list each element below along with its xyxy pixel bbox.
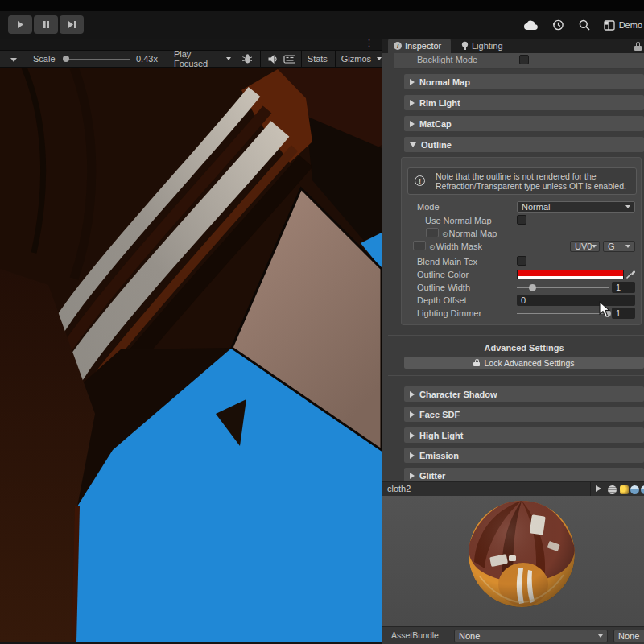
game-view-toolbar: Scale 0.43x Play Focused xyxy=(0,50,382,68)
assetbundle-dropdown[interactable]: None xyxy=(454,630,608,642)
use-normal-map-checkbox[interactable] xyxy=(517,215,526,225)
scale-slider[interactable] xyxy=(63,56,130,62)
mode-row: Mode Normal xyxy=(408,201,635,213)
advanced-settings-title: Advanced Settings xyxy=(404,343,644,353)
step-icon xyxy=(68,20,76,29)
step-button[interactable] xyxy=(60,15,84,34)
object-picker-icon: ⊙ xyxy=(429,243,436,251)
play-button[interactable] xyxy=(8,15,32,34)
metrics-icon[interactable] xyxy=(283,54,295,64)
play-controls xyxy=(8,15,84,34)
pane-menu-icon[interactable]: ⋮ xyxy=(365,39,374,48)
mode-dropdown[interactable]: Normal xyxy=(517,201,635,213)
divider xyxy=(388,375,644,376)
inspector-content: Backlight Mode Normal Map Rim Light MatC… xyxy=(382,53,644,481)
game-view-pane: ⋮ Scale 0.43x Play Focused xyxy=(0,39,382,644)
warning-icon: ! xyxy=(415,175,425,186)
outline-settings-box: ! Note that the outline is not rendered … xyxy=(401,157,642,325)
section-glitter[interactable]: Glitter xyxy=(404,468,644,481)
foldout-arrow-icon xyxy=(410,432,415,439)
foldout-arrow-icon xyxy=(410,121,415,127)
game-viewport[interactable] xyxy=(0,68,382,642)
assetbundle-bar: AssetBundle None None xyxy=(382,626,644,644)
preview-play-icon[interactable] xyxy=(596,485,601,492)
section-rim-light[interactable]: Rim Light xyxy=(404,95,644,110)
outline-width-value[interactable]: 1 xyxy=(612,282,635,293)
bulb-icon xyxy=(461,41,469,51)
assetbundle-label: AssetBundle xyxy=(391,630,439,640)
channel-dropdown[interactable]: G xyxy=(603,241,635,252)
info-icon: i xyxy=(394,42,402,50)
debug-bug-icon[interactable] xyxy=(242,53,252,64)
cloud-icon[interactable] xyxy=(523,19,539,31)
outline-width-row: Outline Width 1 xyxy=(408,282,635,293)
preview-sphere-icon[interactable] xyxy=(608,485,617,494)
eyedropper-icon[interactable] xyxy=(625,269,635,279)
history-icon[interactable] xyxy=(551,19,565,31)
foldout-arrow-icon xyxy=(410,411,415,418)
search-icon[interactable] xyxy=(578,19,591,31)
material-preview-bar: cloth2 xyxy=(382,481,644,496)
layout-label: Demo xyxy=(619,20,642,30)
play-focused-dropdown[interactable]: Play Focused xyxy=(174,49,231,68)
unity-editor-window: Demo ⋮ Scale 0.43x Play Focused xyxy=(0,0,644,644)
section-emission[interactable]: Emission xyxy=(404,448,644,463)
lighting-dimmer-slider[interactable]: 1 xyxy=(517,308,635,319)
lock-icon xyxy=(473,359,480,366)
tab-lighting[interactable]: Lighting xyxy=(456,39,520,53)
depth-offset-field[interactable]: 0 xyxy=(517,295,635,306)
uv-dropdown[interactable]: UV0 xyxy=(570,241,600,252)
pause-button[interactable] xyxy=(34,15,58,34)
note-text: Note that the outline is not rendered fo… xyxy=(436,171,631,191)
material-preview-area[interactable] xyxy=(382,496,644,626)
preview-extra-icon[interactable] xyxy=(641,485,644,494)
use-normal-map-row: Use Normal Map xyxy=(408,215,635,226)
lighting-dimmer-value[interactable]: 1 xyxy=(612,308,635,319)
material-preview-sphere xyxy=(465,497,578,610)
foldout-arrow-icon xyxy=(410,473,415,479)
layout-dropdown[interactable]: Demo xyxy=(604,20,642,31)
texture-slot[interactable] xyxy=(426,228,439,237)
foldout-arrow-icon xyxy=(410,452,415,459)
mute-audio-icon[interactable] xyxy=(267,54,277,64)
section-high-light[interactable]: High Light xyxy=(404,427,644,443)
inspector-panel: i Inspector Lighting Backlight Mode Norm… xyxy=(382,39,644,644)
blend-main-tex-row: Blend Main Tex xyxy=(408,256,635,267)
outline-note: ! Note that the outline is not rendered … xyxy=(407,167,637,195)
blend-main-tex-checkbox[interactable] xyxy=(517,256,526,266)
foldout-arrow-icon xyxy=(410,79,415,85)
section-matcap[interactable]: MatCap xyxy=(404,116,644,131)
pause-icon xyxy=(43,20,50,29)
normal-map-row: ⊙Normal Map xyxy=(408,228,635,239)
gizmos-dropdown[interactable]: Gizmos xyxy=(341,54,382,64)
width-mask-row: ⊙Width Mask UV0 G xyxy=(408,241,635,252)
section-outline[interactable]: Outline xyxy=(404,137,644,152)
display-dropdown[interactable] xyxy=(10,54,17,64)
outline-width-slider[interactable]: 1 xyxy=(517,282,635,293)
inspector-lock-icon[interactable] xyxy=(634,42,642,51)
main-toolbar: Demo xyxy=(0,11,644,39)
texture-slot[interactable] xyxy=(413,241,426,250)
outline-color-swatch[interactable] xyxy=(517,270,624,279)
scale-label: Scale xyxy=(33,54,56,64)
window-top-strip xyxy=(0,0,644,11)
preview-lighting-icon[interactable] xyxy=(620,485,629,494)
depth-offset-row: Depth Offset 0 xyxy=(408,295,635,306)
foldout-arrow-icon xyxy=(410,391,415,398)
stats-toggle[interactable]: Stats xyxy=(308,54,328,64)
backlight-mode-row: Backlight Mode xyxy=(394,53,644,69)
assetbundle-variant-dropdown[interactable]: None xyxy=(613,630,644,642)
preview-skybox-icon[interactable] xyxy=(630,485,639,494)
material-name: cloth2 xyxy=(387,484,411,493)
scale-value: 0.43x xyxy=(136,54,158,64)
section-normal-map[interactable]: Normal Map xyxy=(404,74,644,89)
foldout-arrow-icon xyxy=(410,100,415,106)
section-character-shadow[interactable]: Character Shadow xyxy=(404,386,644,402)
section-face-sdf[interactable]: Face SDF xyxy=(404,407,644,422)
object-picker-icon: ⊙ xyxy=(442,230,448,238)
outline-color-row: Outline Color xyxy=(408,269,635,280)
layout-grid-icon xyxy=(604,20,615,31)
backlight-mode-checkbox[interactable] xyxy=(519,55,529,64)
lock-advanced-settings-button[interactable]: Lock Advanced Settings xyxy=(404,357,644,369)
tab-inspector[interactable]: i Inspector xyxy=(388,39,451,53)
